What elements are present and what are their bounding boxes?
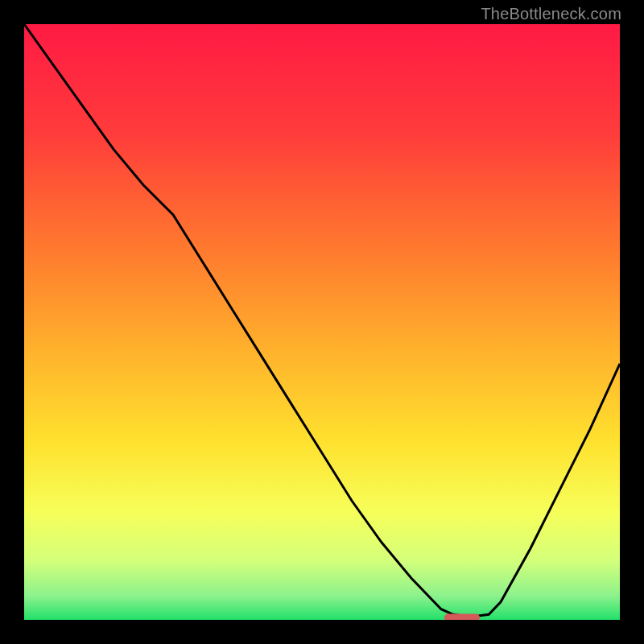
optimum-marker (444, 614, 480, 620)
watermark-text: TheBottleneck.com (481, 5, 621, 23)
heat-background (24, 24, 620, 620)
bottleneck-chart (24, 24, 620, 620)
